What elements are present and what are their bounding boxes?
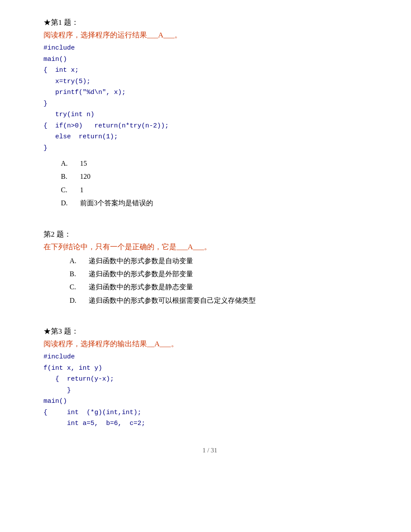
q3-desc: 阅读程序，选择程序的输出结果__A___。: [43, 339, 376, 349]
q1-option-c-label: C.: [61, 184, 73, 197]
q2-option-b: B. 递归函数中的形式参数是外部变量: [70, 268, 376, 281]
q2-option-a-text: 递归函数中的形式参数是自动变量: [89, 254, 193, 268]
q2-option-d-text: 递归函数中的形式参数可以根据需要自己定义存储类型: [89, 294, 256, 307]
q2-option-c: C. 递归函数中的形式参数是静态变量: [70, 281, 376, 294]
divider-2: [43, 319, 376, 326]
q3-title: ★第3 题：: [43, 326, 376, 336]
q2-option-c-label: C.: [70, 281, 82, 294]
question-3-block: ★第3 题： 阅读程序，选择程序的输出结果__A___。 #include f(…: [43, 326, 376, 429]
question-1-block: ★第1 题： 阅读程序，选择程序的运行结果___A___。 #include m…: [43, 17, 376, 210]
q1-option-a-text: 15: [80, 157, 87, 170]
q1-desc: 阅读程序，选择程序的运行结果___A___。: [43, 30, 376, 40]
q1-option-c-text: 1: [80, 184, 84, 197]
q3-code: #include f(int x, int y) { return(y-x); …: [43, 351, 376, 429]
page-footer: 1 / 31: [43, 447, 376, 454]
q1-option-b-label: B.: [61, 170, 73, 183]
q2-option-b-text: 递归函数中的形式参数是外部变量: [89, 268, 193, 281]
q1-options: A. 15 B. 120 C. 1 D. 前面3个答案均是错误的: [61, 157, 376, 210]
q1-option-a: A. 15: [61, 157, 376, 170]
q2-option-a: A. 递归函数中的形式参数是自动变量: [70, 254, 376, 268]
q2-options: A. 递归函数中的形式参数是自动变量 B. 递归函数中的形式参数是外部变量 C.…: [70, 254, 376, 308]
q1-option-d-text: 前面3个答案均是错误的: [80, 197, 153, 210]
q2-option-d: D. 递归函数中的形式参数可以根据需要自己定义存储类型: [70, 294, 376, 307]
q1-option-c: C. 1: [61, 184, 376, 197]
q2-option-d-label: D.: [70, 294, 82, 307]
q2-option-a-label: A.: [70, 254, 82, 268]
q1-star: ★第1 题：: [43, 18, 79, 27]
q1-option-b-text: 120: [80, 170, 90, 183]
divider-1: [43, 222, 376, 229]
page-number: 1 / 31: [202, 447, 217, 454]
q2-desc: 在下列结论中，只有一个是正确的，它是___A___。: [43, 242, 376, 252]
q1-code: #include main() { int x; x=try(5); print…: [43, 43, 376, 154]
q2-option-c-text: 递归函数中的形式参数是静态变量: [89, 281, 193, 294]
q1-title: ★第1 题：: [43, 17, 376, 27]
q1-option-a-label: A.: [61, 157, 73, 170]
q1-option-b: B. 120: [61, 170, 376, 183]
question-2-block: 第2 题： 在下列结论中，只有一个是正确的，它是___A___。 A. 递归函数…: [43, 229, 376, 308]
q1-option-d-label: D.: [61, 197, 73, 210]
page-content: ★第1 题： 阅读程序，选择程序的运行结果___A___。 #include m…: [43, 17, 376, 454]
q2-option-b-label: B.: [70, 268, 82, 281]
q2-title: 第2 题：: [43, 229, 376, 239]
q1-option-d: D. 前面3个答案均是错误的: [61, 197, 376, 210]
